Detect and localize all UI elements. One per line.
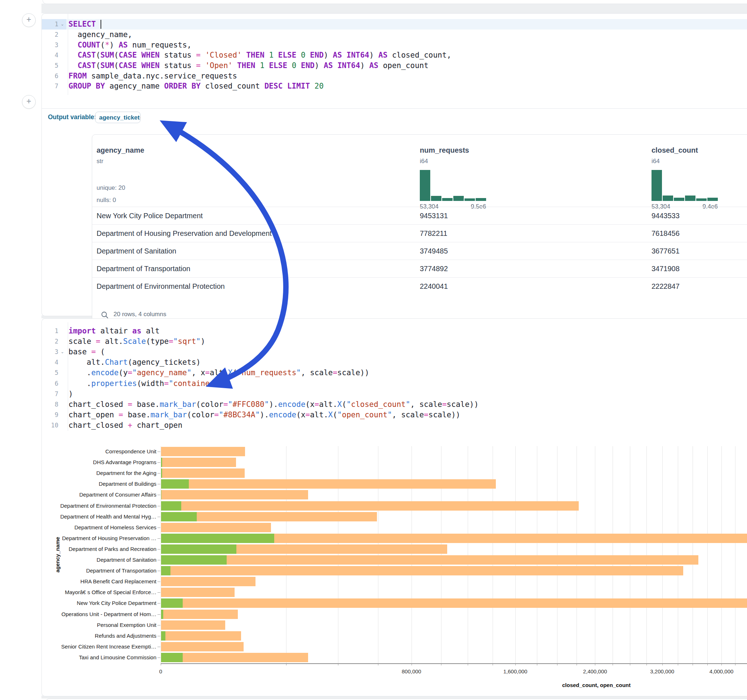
code-text: .properties(width="container") xyxy=(66,379,224,388)
code-text: SELECT xyxy=(66,20,101,29)
table-cell: Department of Sanitation xyxy=(97,242,176,260)
cell-gap xyxy=(41,4,747,13)
line-number: 8 xyxy=(42,401,58,408)
plus-icon: + xyxy=(26,97,31,106)
column-type: i64 xyxy=(420,158,428,165)
table-cell: 9443533 xyxy=(652,207,680,225)
row-count-label: 20 rows, 4 columns xyxy=(113,311,166,318)
chevron-down-icon[interactable]: ⌄ xyxy=(58,22,66,27)
code-line[interactable]: 9chart_open = base.mark_bar(color="#8BC3… xyxy=(42,410,747,420)
column-histogram xyxy=(652,170,718,201)
column-type: str xyxy=(97,158,103,165)
code-line[interactable]: 3 COUNT(*) AS num_requests, xyxy=(42,39,747,50)
python-code-editor[interactable]: 1import altair as alt2scale = alt.Scale(… xyxy=(42,326,747,431)
code-line[interactable]: 7GROUP BY agency_name ORDER BY closed_co… xyxy=(42,81,747,92)
code-line[interactable]: 6FROM sample_data.nyc.service_requests xyxy=(42,71,747,81)
line-number: 6 xyxy=(42,72,58,80)
code-text: ) xyxy=(66,389,73,398)
line-number: 5 xyxy=(42,62,58,69)
table-cell: 3749485 xyxy=(420,242,448,260)
table-row[interactable]: Department of Environmental Protection22… xyxy=(92,277,747,295)
table-cell: 2240041 xyxy=(420,278,448,295)
column-histogram xyxy=(420,170,486,201)
line-number: 3 xyxy=(42,348,58,355)
code-text: CAST(SUM(CASE WHEN status = 'Open' THEN … xyxy=(66,61,428,70)
code-line[interactable]: 4 CAST(SUM(CASE WHEN status = 'Closed' T… xyxy=(42,50,747,60)
table-cell: Department of Housing Preservation and D… xyxy=(97,225,272,242)
column-stat: unique: 20 xyxy=(97,184,125,192)
table-cell: 3677651 xyxy=(652,242,680,260)
code-text: agency_name, xyxy=(66,30,132,39)
line-number: 1 xyxy=(42,327,58,335)
line-number: 1 xyxy=(42,21,58,28)
column-name[interactable]: agency_name xyxy=(97,146,144,154)
previous-cell-edge xyxy=(42,0,747,4)
code-text: chart_closed = base.mark_bar(color="#FFC… xyxy=(66,400,479,409)
code-line[interactable]: 5 CAST(SUM(CASE WHEN status = 'Open' THE… xyxy=(42,60,747,71)
table-cell: 3774892 xyxy=(420,260,448,278)
line-number: 7 xyxy=(42,83,58,90)
code-line[interactable]: 4 alt.Chart(agency_tickets) xyxy=(42,357,747,368)
code-line[interactable]: 2scale = alt.Scale(type="sqrt") xyxy=(42,336,747,346)
column-name[interactable]: closed_count xyxy=(652,146,698,154)
column-type: i64 xyxy=(652,158,660,165)
table-row[interactable]: Department of Housing Preservation and D… xyxy=(92,224,747,242)
code-line[interactable]: 5 .encode(y="agency_name", x=alt.X("num_… xyxy=(42,368,747,378)
output-variable-bar: Output variable: agency_tickets xyxy=(42,109,747,126)
sql-code-editor[interactable]: 1⌄SELECT 2 agency_name,3 COUNT(*) AS num… xyxy=(42,19,747,92)
python-cell: 1import altair as alt2scale = alt.Scale(… xyxy=(41,318,747,696)
sql-cell: 1⌄SELECT 2 agency_name,3 COUNT(*) AS num… xyxy=(41,13,747,316)
table-cell: 2222847 xyxy=(652,278,680,295)
code-text: scale = alt.Scale(type="sqrt") xyxy=(66,337,205,345)
next-cell-edge xyxy=(46,698,747,700)
code-text: chart_open = base.mark_bar(color="#8BC34… xyxy=(66,410,461,419)
table-cell: 7782211 xyxy=(420,225,447,242)
line-number: 2 xyxy=(42,31,58,38)
code-text: alt.Chart(agency_tickets) xyxy=(66,358,201,367)
table-row[interactable]: Department of Transportation377489234719… xyxy=(92,259,747,278)
plus-icon: + xyxy=(26,15,31,24)
add-cell-button[interactable]: + xyxy=(22,95,36,109)
code-text: base = ( xyxy=(66,347,105,356)
table-row[interactable]: Department of Sanitation37494853677651 xyxy=(92,242,747,260)
code-text: import altair as alt xyxy=(66,327,160,335)
line-number: 5 xyxy=(42,369,58,376)
column-stat: nulls: 0 xyxy=(97,197,116,204)
code-line[interactable]: 3⌄base = ( xyxy=(42,346,747,357)
table-cell: 7618456 xyxy=(652,225,680,242)
code-text: chart_closed + chart_open xyxy=(66,421,182,430)
table-row[interactable]: New York City Police Department945313194… xyxy=(92,207,747,225)
code-line[interactable]: 10chart_closed + chart_open xyxy=(42,420,747,431)
code-line[interactable]: 8chart_closed = base.mark_bar(color="#FF… xyxy=(42,399,747,409)
line-number: 7 xyxy=(42,390,58,398)
code-line[interactable]: 7) xyxy=(42,389,747,399)
code-line[interactable]: 1⌄SELECT xyxy=(42,19,747,30)
chevron-down-icon[interactable]: ⌄ xyxy=(58,349,66,355)
line-number: 6 xyxy=(42,380,58,387)
code-line[interactable]: 2 agency_name, xyxy=(42,30,747,40)
table-cell: New York City Police Department xyxy=(97,207,203,225)
code-line[interactable]: 6 .properties(width="container") xyxy=(42,378,747,389)
line-number: 3 xyxy=(42,41,58,48)
line-number: 10 xyxy=(42,422,58,429)
table-cell: Department of Transportation xyxy=(97,260,190,278)
line-number: 4 xyxy=(42,51,58,59)
table-cell: 3471908 xyxy=(652,260,680,278)
code-text: .encode(y="agency_name", x=alt.X("num_re… xyxy=(66,368,369,377)
line-number: 2 xyxy=(42,338,58,345)
output-variable-pill[interactable]: agency_tickets xyxy=(95,112,141,123)
line-number: 4 xyxy=(42,359,58,366)
code-text: GROUP BY agency_name ORDER BY closed_cou… xyxy=(66,82,324,91)
code-text: CAST(SUM(CASE WHEN status = 'Closed' THE… xyxy=(66,51,451,59)
search-icon[interactable] xyxy=(101,311,109,319)
dataframe-preview: agency_namestrunique: 20nulls: 0num_requ… xyxy=(92,134,747,323)
notebook-page: + + 1⌄SELECT 2 agency_name,3 COUNT(*) AS… xyxy=(0,0,747,700)
output-variable-label: Output variable: xyxy=(48,113,96,121)
table-cell: Department of Environmental Protection xyxy=(97,278,225,295)
code-text: COUNT(*) AS num_requests, xyxy=(66,41,191,49)
add-cell-button[interactable]: + xyxy=(22,13,36,27)
line-number: 9 xyxy=(42,411,58,418)
column-name[interactable]: num_requests xyxy=(420,146,469,154)
code-line[interactable]: 1import altair as alt xyxy=(42,326,747,336)
table-cell: 9453131 xyxy=(420,207,448,225)
